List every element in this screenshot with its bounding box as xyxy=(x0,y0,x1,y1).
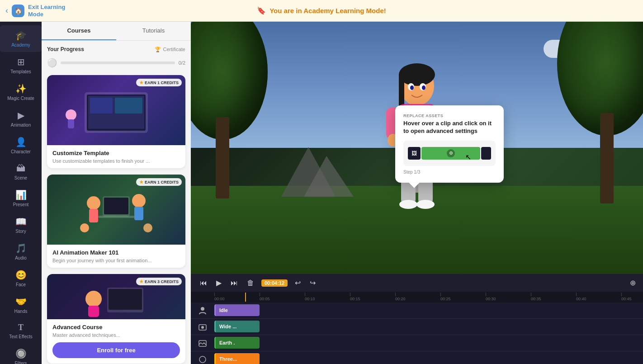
learning-mode-banner: 🔖 You are in Academy Learning Mode! xyxy=(257,6,386,15)
tl-bar: ⚙ ↖ xyxy=(421,147,480,160)
svg-rect-6 xyxy=(115,98,142,113)
svg-rect-24 xyxy=(399,72,404,109)
tooltip-step: Step 1/3 xyxy=(403,170,496,175)
clip-wide[interactable]: Wide ... xyxy=(214,321,260,332)
ruler-label-8: 00:40 xyxy=(576,297,586,301)
svg-point-40 xyxy=(201,307,204,311)
course-card-2-image: ★ EARN 1 CREDITS xyxy=(47,175,185,245)
svg-point-15 xyxy=(143,223,152,232)
playback-bar: ⏮ ▶ ⏭ 🗑 00:04:12 ↩ ↪ ⊕ xyxy=(191,274,643,292)
timeline-track-4: Three... xyxy=(191,351,643,364)
tl-image-icon: 🖼 xyxy=(411,150,417,156)
circle-icon xyxy=(198,355,207,364)
add-track-button[interactable]: ⊕ xyxy=(630,279,636,287)
ruler-line xyxy=(350,293,350,296)
svg-rect-12 xyxy=(104,198,128,214)
sidebar-item-text-effects[interactable]: T Text Effects xyxy=(0,318,42,344)
timeline-tracks: Idle Wide ... xyxy=(191,303,643,364)
ruler-label-3: 00:15 xyxy=(350,297,360,301)
story-icon: 📖 xyxy=(15,216,27,227)
clip-idle-label: Idle xyxy=(219,307,228,313)
sidebar-item-magic-create[interactable]: ✨ Magic Create xyxy=(0,79,42,105)
ruler-marks: 00:00 00:05 00:10 00:15 xyxy=(214,293,637,302)
tab-courses[interactable]: Courses xyxy=(42,22,116,40)
clip-earth[interactable]: Earth . xyxy=(214,337,260,349)
timeline-area: 00:00 00:05 00:10 00:15 xyxy=(191,292,643,364)
ruler-line xyxy=(305,293,305,296)
sidebar-item-story[interactable]: 📖 Story xyxy=(0,212,42,238)
course-card-1: ★ EARN 1 CREDITS xyxy=(47,75,185,168)
ruler-mark-4: 00:20 xyxy=(395,293,406,301)
tl-gear-icon: ⚙ xyxy=(447,149,455,157)
ruler-line xyxy=(260,293,260,296)
sidebar-item-templates[interactable]: ⊞ Templates xyxy=(0,52,42,79)
sidebar-item-academy[interactable]: 🎓 Academy xyxy=(0,25,42,52)
ruler-label-2: 00:10 xyxy=(305,297,315,301)
certificate-text: Certificate xyxy=(163,47,185,52)
card1-illustration xyxy=(57,79,175,142)
delete-button[interactable]: 🗑 xyxy=(245,277,256,289)
sidebar-item-animation[interactable]: ▶ Animation xyxy=(0,105,42,132)
skip-end-button[interactable]: ⏭ xyxy=(229,277,240,289)
certificate-icon: 🏆 xyxy=(155,47,161,52)
ruler-mark-9: 00:45 xyxy=(621,293,632,301)
timeline-track-1: Idle xyxy=(191,303,643,319)
course-card-2-desc: Begin your journey with your first anima… xyxy=(52,258,180,263)
sidebar-item-hands[interactable]: 🤝 Hands xyxy=(0,292,42,318)
sidebar-label-scene: Scene xyxy=(14,175,27,180)
redo-button[interactable]: ↪ xyxy=(308,277,317,289)
sidebar-item-present[interactable]: 📊 Present xyxy=(0,185,42,212)
earn-badge-2: ★ EARN 1 CREDITS xyxy=(136,178,182,186)
track-content-4: Three... xyxy=(214,353,643,364)
timeline-track-3: Earth . xyxy=(191,335,643,351)
sidebar-item-scene[interactable]: 🏔 Scene xyxy=(0,159,42,185)
progress-count: 0/2 xyxy=(179,60,185,66)
play-button[interactable]: ▶ xyxy=(214,277,223,289)
ruler-line xyxy=(621,293,622,296)
card2-illustration xyxy=(57,178,175,241)
svg-rect-13 xyxy=(98,216,134,218)
icon-sidebar: 🎓 Academy ⊞ Templates ✨ Magic Create ▶ A… xyxy=(0,22,42,364)
ruler-mark-2: 00:10 xyxy=(305,293,315,301)
bookmark-icon: 🔖 xyxy=(257,6,266,15)
tab-tutorials[interactable]: Tutorials xyxy=(116,22,191,40)
person-icon xyxy=(198,306,207,315)
video-canvas: REPLACE ASSETS Hover over a clip and cli… xyxy=(191,22,643,274)
tl-cursor-icon: ↖ xyxy=(465,153,471,161)
skip-start-button[interactable]: ⏮ xyxy=(198,277,209,289)
sidebar-item-audio[interactable]: 🎵 Audio xyxy=(0,238,42,265)
svg-point-7 xyxy=(87,196,100,210)
enroll-button[interactable]: Enroll for free xyxy=(52,342,180,358)
course-card-3-image: ★ EARN 3 CREDITS xyxy=(47,274,185,319)
course-card-3: ★ EARN 3 CREDITS Advanced Course Master … xyxy=(47,274,185,364)
svg-point-35 xyxy=(416,200,435,209)
home-icon: 🏠 xyxy=(12,5,24,17)
clip-three[interactable]: Three... xyxy=(214,353,260,364)
exit-learning-mode-button[interactable]: ‹ 🏠 Exit LearningMode xyxy=(5,4,65,18)
svg-point-38 xyxy=(410,85,414,90)
earn-badge-3: ★ EARN 3 CREDITS xyxy=(136,278,182,285)
svg-point-42 xyxy=(201,326,204,329)
filters-icon: 🔘 xyxy=(15,348,27,359)
track-icon-image xyxy=(191,339,214,348)
sidebar-item-character[interactable]: 👤 Character xyxy=(0,132,42,159)
certificate-button[interactable]: 🏆 Certificate xyxy=(155,47,185,52)
clip-idle[interactable]: Idle xyxy=(214,304,260,316)
sidebar-label-academy: Academy xyxy=(11,43,30,47)
sidebar-item-filters[interactable]: 🔘 Filters xyxy=(0,344,42,364)
tree-left xyxy=(191,22,268,199)
top-bar: ‹ 🏠 Exit LearningMode 🔖 You are in Acade… xyxy=(0,0,643,22)
panel-content: Your Progress 🏆 Certificate ⚪ 0/2 ★ xyxy=(42,41,191,364)
sidebar-item-face[interactable]: 😊 Face xyxy=(0,265,42,292)
ruler-label-6: 00:30 xyxy=(486,297,496,301)
tooltip-title: Hover over a clip and click on it to ope… xyxy=(403,120,496,135)
undo-button[interactable]: ↩ xyxy=(293,277,303,289)
course-card-3-desc: Master advanced techniques... xyxy=(52,332,180,338)
earn-badge-1: ★ EARN 1 CREDITS xyxy=(136,79,182,86)
ruler-mark-8: 00:40 xyxy=(576,293,586,301)
playhead-indicator[interactable] xyxy=(245,293,246,302)
sidebar-label-character: Character xyxy=(11,149,31,154)
coin-icon-3: ★ xyxy=(139,279,143,284)
ruler-line xyxy=(395,293,396,296)
sidebar-label-face: Face xyxy=(16,282,26,287)
